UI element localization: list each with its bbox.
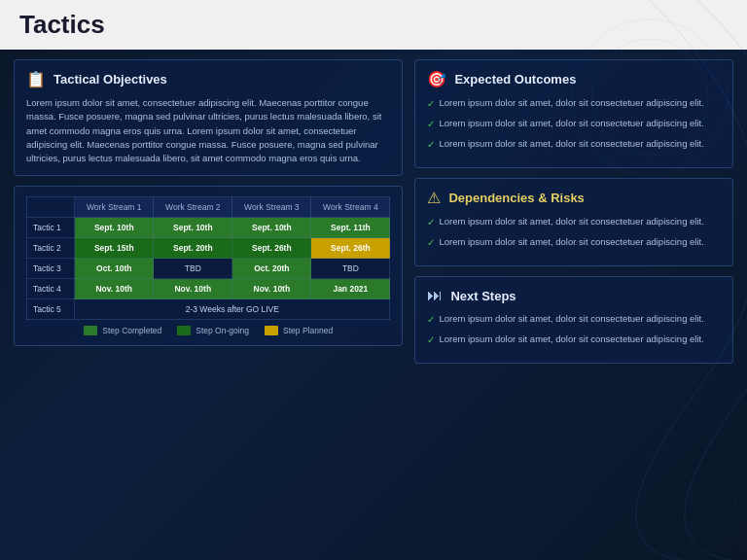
list-icon: 📋 [26, 70, 46, 88]
legend-ongoing: Step On-going [177, 326, 249, 335]
check-icon: ✓ [427, 137, 435, 152]
row-label: Tactic 1 [27, 218, 75, 238]
check-icon: ✓ [427, 117, 435, 131]
table-cell: Sept. 10th [154, 218, 232, 238]
col-header-ws3: Work Stream 3 [232, 197, 311, 218]
title-bar: Tactics [0, 0, 747, 50]
table-cell: Sept. 20th [154, 238, 232, 259]
expected-outcomes-title: Expected Outcomes [454, 72, 576, 87]
table-cell: Oct. 20th [232, 259, 311, 279]
list-item-text: Lorem ipsum dolor sit amet, dolor sit co… [439, 96, 703, 111]
dependencies-risks-card: ⚠ Dependencies & Risks ✓Lorem ipsum dolo… [414, 178, 733, 266]
left-column: 📋 Tactical Objectives Lorem ipsum dolor … [14, 59, 403, 549]
list-item-text: Lorem ipsum dolor sit amet, dolor sit co… [439, 332, 703, 347]
next-icon: ⏭ [427, 287, 443, 304]
row-label: Tactic 2 [27, 238, 75, 259]
table-cell: Nov. 10th [232, 279, 311, 299]
row-label: Tactic 4 [27, 279, 75, 299]
dependencies-list: ✓Lorem ipsum dolor sit amet, dolor sit c… [427, 215, 721, 250]
table-cell: Sept. 10th [75, 218, 154, 238]
col-header-ws4: Work Stream 4 [311, 197, 390, 218]
table-cell: TBD [311, 259, 390, 279]
table-row: Tactic 3Oct. 10thTBDOct. 20thTBD [27, 259, 390, 279]
list-item: ✓Lorem ipsum dolor sit amet, dolor sit c… [427, 117, 721, 131]
next-steps-header: ⏭ Next Steps [427, 287, 721, 304]
list-item-text: Lorem ipsum dolor sit amet, dolor sit co… [439, 235, 703, 250]
table-row: Tactic 4Nov. 10thNov. 10thNov. 10thJan 2… [27, 279, 390, 299]
legend-label-planned: Step Planned [283, 326, 333, 335]
table-cell: 2-3 Weeks after GO LIVE [75, 299, 390, 320]
list-item-text: Lorem ipsum dolor sit amet, dolor sit co… [439, 215, 703, 229]
list-item: ✓Lorem ipsum dolor sit amet, dolor sit c… [427, 215, 721, 229]
page-title: Tactics [19, 10, 105, 40]
expected-outcomes-header: 🎯 Expected Outcomes [427, 70, 721, 88]
list-item: ✓Lorem ipsum dolor sit amet, dolor sit c… [427, 312, 721, 327]
dependencies-header: ⚠ Dependencies & Risks [427, 189, 721, 207]
target-icon: 🎯 [427, 70, 446, 88]
table-row: Tactic 2Sept. 15thSept. 20thSept. 26thSe… [27, 238, 390, 259]
check-icon: ✓ [427, 235, 435, 250]
list-item-text: Lorem ipsum dolor sit amet, dolor sit co… [439, 137, 703, 152]
table-cell: Sept. 10th [232, 218, 311, 238]
row-label: Tactic 3 [27, 259, 75, 279]
outcomes-list: ✓Lorem ipsum dolor sit amet, dolor sit c… [427, 96, 721, 152]
legend-label-completed: Step Completed [102, 326, 161, 335]
tactical-objectives-body: Lorem ipsum dolor sit amet, consectetuer… [26, 96, 390, 165]
col-header-ws2: Work Stream 2 [154, 197, 232, 218]
tactical-objectives-card: 📋 Tactical Objectives Lorem ipsum dolor … [14, 59, 403, 176]
legend-box-planned [265, 326, 278, 335]
main-content: 📋 Tactical Objectives Lorem ipsum dolor … [0, 50, 747, 559]
table-cell: TBD [154, 259, 232, 279]
check-icon: ✓ [427, 215, 435, 229]
table-row: Tactic 52-3 Weeks after GO LIVE [27, 299, 390, 320]
legend-box-ongoing [177, 326, 191, 335]
expected-outcomes-card: 🎯 Expected Outcomes ✓Lorem ipsum dolor s… [414, 59, 733, 168]
tactical-objectives-header: 📋 Tactical Objectives [26, 70, 390, 88]
table-cell: Oct. 10th [75, 259, 154, 279]
table-cell: Nov. 10th [154, 279, 232, 299]
col-header-ws1: Work Stream 1 [75, 197, 154, 218]
table-cell: Sept. 26th [311, 238, 390, 259]
check-icon: ✓ [427, 332, 435, 347]
next-steps-title: Next Steps [450, 289, 516, 303]
check-icon: ✓ [427, 312, 435, 327]
list-item: ✓Lorem ipsum dolor sit amet, dolor sit c… [427, 332, 721, 347]
timeline-table: Work Stream 1 Work Stream 2 Work Stream … [26, 196, 390, 320]
list-item-text: Lorem ipsum dolor sit amet, dolor sit co… [439, 312, 703, 327]
right-column: 🎯 Expected Outcomes ✓Lorem ipsum dolor s… [414, 59, 733, 549]
next-steps-card: ⏭ Next Steps ✓Lorem ipsum dolor sit amet… [414, 276, 733, 364]
legend: Step Completed Step On-going Step Planne… [26, 326, 390, 335]
list-item: ✓Lorem ipsum dolor sit amet, dolor sit c… [427, 235, 721, 250]
legend-completed: Step Completed [84, 326, 161, 335]
check-icon: ✓ [427, 96, 435, 111]
next-steps-list: ✓Lorem ipsum dolor sit amet, dolor sit c… [427, 312, 721, 347]
table-cell: Sept. 26th [232, 238, 311, 259]
legend-label-ongoing: Step On-going [196, 326, 249, 335]
col-header-empty [27, 197, 75, 218]
list-item: ✓Lorem ipsum dolor sit amet, dolor sit c… [427, 96, 721, 111]
table-cell: Sept. 11th [311, 218, 390, 238]
tactical-objectives-title: Tactical Objectives [53, 72, 167, 87]
table-cell: Nov. 10th [75, 279, 154, 299]
table-cell: Sept. 15th [75, 238, 154, 259]
table-cell: Jan 2021 [311, 279, 390, 299]
legend-planned: Step Planned [265, 326, 333, 335]
legend-box-completed [84, 326, 97, 335]
timeline-card: Work Stream 1 Work Stream 2 Work Stream … [14, 186, 403, 346]
list-item-text: Lorem ipsum dolor sit amet, dolor sit co… [439, 117, 703, 131]
list-item: ✓Lorem ipsum dolor sit amet, dolor sit c… [427, 137, 721, 152]
row-label: Tactic 5 [27, 299, 75, 320]
warning-icon: ⚠ [427, 189, 441, 207]
table-header-row: Work Stream 1 Work Stream 2 Work Stream … [27, 197, 390, 218]
dependencies-title: Dependencies & Risks [448, 191, 584, 205]
table-row: Tactic 1Sept. 10thSept. 10thSept. 10thSe… [27, 218, 390, 238]
